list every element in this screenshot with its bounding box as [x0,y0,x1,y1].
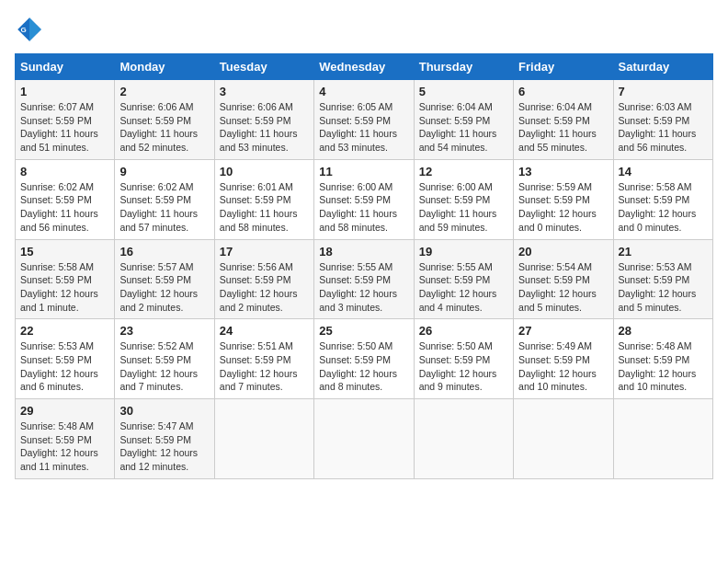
day-number: 22 [20,324,109,338]
calendar-cell: 23Sunrise: 5:52 AMSunset: 5:59 PMDayligh… [115,319,214,399]
day-number: 3 [220,85,309,98]
week-row-5: 29Sunrise: 5:48 AMSunset: 5:59 PMDayligh… [16,399,713,479]
logo-icon: G [15,15,44,44]
calendar-cell: 28Sunrise: 5:48 AMSunset: 5:59 PMDayligh… [613,319,712,399]
calendar-cell: 1Sunrise: 6:07 AMSunset: 5:59 PMDaylight… [16,80,115,160]
day-info: Sunrise: 6:00 AMSunset: 5:59 PMDaylight:… [319,180,408,235]
day-info: Sunrise: 6:06 AMSunset: 5:59 PMDaylight:… [220,100,309,155]
calendar-cell: 14Sunrise: 5:58 AMSunset: 5:59 PMDayligh… [613,159,712,239]
day-number: 21 [619,245,708,259]
calendar-cell [514,399,613,479]
day-number: 9 [119,165,209,178]
calendar-cell: 2Sunrise: 6:06 AMSunset: 5:59 PMDaylight… [115,80,214,160]
calendar-cell [314,399,414,479]
calendar-cell: 21Sunrise: 5:53 AMSunset: 5:59 PMDayligh… [613,239,712,319]
calendar-cell: 20Sunrise: 5:54 AMSunset: 5:59 PMDayligh… [514,239,613,319]
day-number: 30 [119,404,209,418]
header-row: SundayMondayTuesdayWednesdayThursdayFrid… [16,54,713,80]
header-day-monday: Monday [115,54,214,80]
week-row-3: 15Sunrise: 5:58 AMSunset: 5:59 PMDayligh… [16,239,713,319]
day-number: 6 [518,85,608,98]
calendar-cell: 4Sunrise: 6:05 AMSunset: 5:59 PMDaylight… [314,80,414,160]
calendar-cell: 12Sunrise: 6:00 AMSunset: 5:59 PMDayligh… [414,159,513,239]
day-number: 29 [20,404,109,418]
calendar-cell: 5Sunrise: 6:04 AMSunset: 5:59 PMDaylight… [414,80,513,160]
page-header: G [15,15,713,44]
header-day-tuesday: Tuesday [214,54,313,80]
day-number: 11 [319,165,408,178]
day-info: Sunrise: 6:07 AMSunset: 5:59 PMDaylight:… [20,100,109,155]
day-info: Sunrise: 6:05 AMSunset: 5:59 PMDaylight:… [319,100,408,155]
calendar-cell: 24Sunrise: 5:51 AMSunset: 5:59 PMDayligh… [214,319,313,399]
day-number: 20 [518,245,608,259]
day-info: Sunrise: 5:48 AMSunset: 5:59 PMDaylight:… [619,339,708,394]
calendar-cell: 27Sunrise: 5:49 AMSunset: 5:59 PMDayligh… [514,319,613,399]
day-number: 12 [419,165,508,178]
day-number: 8 [20,165,109,178]
day-info: Sunrise: 5:54 AMSunset: 5:59 PMDaylight:… [518,260,608,315]
calendar-cell: 19Sunrise: 5:55 AMSunset: 5:59 PMDayligh… [414,239,513,319]
day-info: Sunrise: 5:56 AMSunset: 5:59 PMDaylight:… [220,260,309,315]
day-number: 2 [119,85,209,98]
calendar-cell: 30Sunrise: 5:47 AMSunset: 5:59 PMDayligh… [115,399,214,479]
day-number: 15 [20,245,109,259]
day-info: Sunrise: 5:58 AMSunset: 5:59 PMDaylight:… [20,260,109,315]
calendar-cell: 22Sunrise: 5:53 AMSunset: 5:59 PMDayligh… [16,319,115,399]
day-info: Sunrise: 6:06 AMSunset: 5:59 PMDaylight:… [119,100,209,155]
calendar-cell: 25Sunrise: 5:50 AMSunset: 5:59 PMDayligh… [314,319,414,399]
calendar-cell: 26Sunrise: 5:50 AMSunset: 5:59 PMDayligh… [414,319,513,399]
day-info: Sunrise: 5:51 AMSunset: 5:59 PMDaylight:… [220,339,309,394]
calendar-cell: 6Sunrise: 6:04 AMSunset: 5:59 PMDaylight… [514,80,613,160]
day-info: Sunrise: 5:53 AMSunset: 5:59 PMDaylight:… [20,339,109,394]
day-number: 18 [319,245,408,259]
day-info: Sunrise: 6:00 AMSunset: 5:59 PMDaylight:… [419,180,508,235]
day-number: 23 [119,324,209,338]
day-info: Sunrise: 5:58 AMSunset: 5:59 PMDaylight:… [619,180,708,235]
calendar-cell: 9Sunrise: 6:02 AMSunset: 5:59 PMDaylight… [115,159,214,239]
day-info: Sunrise: 6:02 AMSunset: 5:59 PMDaylight:… [119,180,209,235]
calendar-cell: 8Sunrise: 6:02 AMSunset: 5:59 PMDaylight… [16,159,115,239]
day-info: Sunrise: 6:01 AMSunset: 5:59 PMDaylight:… [220,180,309,235]
day-info: Sunrise: 5:52 AMSunset: 5:59 PMDaylight:… [119,339,209,394]
calendar-cell: 16Sunrise: 5:57 AMSunset: 5:59 PMDayligh… [115,239,214,319]
day-number: 25 [319,324,408,338]
calendar-body: 1Sunrise: 6:07 AMSunset: 5:59 PMDaylight… [16,80,713,479]
day-number: 17 [220,245,309,259]
calendar-cell: 17Sunrise: 5:56 AMSunset: 5:59 PMDayligh… [214,239,313,319]
day-number: 14 [619,165,708,178]
day-number: 24 [220,324,309,338]
svg-text:G: G [20,26,26,34]
day-number: 28 [619,324,708,338]
day-info: Sunrise: 6:03 AMSunset: 5:59 PMDaylight:… [619,100,708,155]
day-number: 7 [619,85,708,98]
day-info: Sunrise: 5:50 AMSunset: 5:59 PMDaylight:… [319,339,408,394]
day-info: Sunrise: 5:49 AMSunset: 5:59 PMDaylight:… [518,339,608,394]
svg-marker-1 [29,17,41,41]
day-number: 13 [518,165,608,178]
week-row-1: 1Sunrise: 6:07 AMSunset: 5:59 PMDaylight… [16,80,713,160]
header-day-wednesday: Wednesday [314,54,414,80]
day-number: 4 [319,85,408,98]
calendar-cell [414,399,513,479]
day-info: Sunrise: 5:59 AMSunset: 5:59 PMDaylight:… [518,180,608,235]
calendar-cell: 15Sunrise: 5:58 AMSunset: 5:59 PMDayligh… [16,239,115,319]
calendar-cell: 11Sunrise: 6:00 AMSunset: 5:59 PMDayligh… [314,159,414,239]
day-info: Sunrise: 6:02 AMSunset: 5:59 PMDaylight:… [20,180,109,235]
calendar-cell [214,399,313,479]
day-info: Sunrise: 5:48 AMSunset: 5:59 PMDaylight:… [20,419,109,474]
calendar-cell: 7Sunrise: 6:03 AMSunset: 5:59 PMDaylight… [613,80,712,160]
day-number: 26 [419,324,508,338]
week-row-2: 8Sunrise: 6:02 AMSunset: 5:59 PMDaylight… [16,159,713,239]
day-number: 27 [518,324,608,338]
day-info: Sunrise: 6:04 AMSunset: 5:59 PMDaylight:… [419,100,508,155]
day-number: 19 [419,245,508,259]
day-info: Sunrise: 5:57 AMSunset: 5:59 PMDaylight:… [119,260,209,315]
day-info: Sunrise: 6:04 AMSunset: 5:59 PMDaylight:… [518,100,608,155]
day-number: 16 [119,245,209,259]
day-number: 1 [20,85,109,98]
header-day-saturday: Saturday [613,54,712,80]
day-number: 10 [220,165,309,178]
calendar-cell [613,399,712,479]
header-day-friday: Friday [514,54,613,80]
calendar-cell: 29Sunrise: 5:48 AMSunset: 5:59 PMDayligh… [16,399,115,479]
